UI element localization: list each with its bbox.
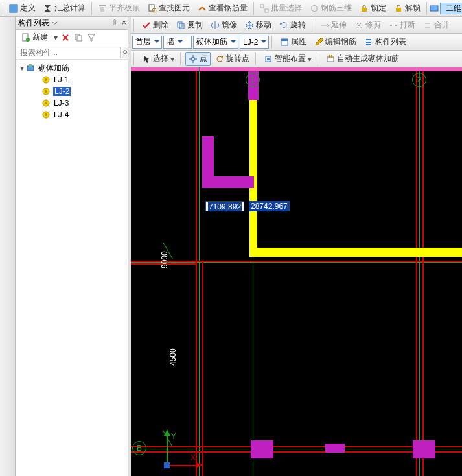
- svg-rect-16: [29, 64, 32, 67]
- rot-point-button[interactable]: 旋转点: [212, 52, 253, 66]
- svg-rect-6: [265, 9, 268, 12]
- magenta-column: [325, 444, 345, 453]
- view-rebar-button[interactable]: 查看钢筋量: [194, 1, 251, 16]
- rot-point-label: 旋转点: [226, 53, 249, 64]
- rotate-button[interactable]: 旋转: [276, 18, 309, 32]
- magenta-column: [202, 176, 254, 188]
- point-mode-label: 点: [200, 53, 207, 64]
- tree-child-row[interactable]: LJ-1: [16, 74, 128, 86]
- coord-b-value: 28742.967: [251, 202, 288, 211]
- mirror-icon: [211, 21, 220, 30]
- axis-y-arrow-icon: [164, 429, 170, 436]
- rebar-view-icon: [198, 4, 207, 13]
- cube-icon: [310, 4, 319, 13]
- edit-rebar-button[interactable]: 编辑钢筋: [311, 35, 360, 49]
- copy-button[interactable]: 复制: [173, 18, 206, 32]
- move-button[interactable]: 移动: [242, 18, 275, 32]
- yellow-beam-horizontal: [249, 248, 462, 257]
- view-2d-tab[interactable]: 二维: [440, 3, 462, 14]
- coord-readout-a[interactable]: 7109.892: [205, 201, 244, 211]
- type-combo[interactable]: 砌体加筋: [193, 36, 238, 49]
- filter-small-icon[interactable]: [86, 32, 97, 43]
- toolbar-top: 定义 汇总计算 平齐板顶 查找图元 查看钢筋量 批量选择 钢筋三维 锁定 解锁 …: [0, 0, 462, 17]
- tree-root-row[interactable]: ▾ 砌体加筋: [16, 62, 128, 74]
- define-button[interactable]: 定义: [6, 1, 39, 16]
- tree-leaf-icon: [41, 87, 51, 96]
- component-list-panel: 构件列表 ⇧ × 新建 ▾ ▾: [16, 17, 128, 476]
- props-button[interactable]: 属性: [277, 35, 310, 49]
- component-tree: ▾ 砌体加筋 LJ-1LJ-2LJ-3LJ-4: [16, 60, 128, 476]
- svg-rect-15: [27, 66, 34, 71]
- trim-label: 修剪: [365, 19, 381, 30]
- magenta-column: [251, 440, 273, 458]
- tree-child-label: LJ-2: [53, 87, 71, 96]
- trim-button[interactable]: 修剪: [351, 18, 384, 32]
- sigma-icon: [43, 4, 52, 13]
- axis-y-text: Y: [171, 432, 176, 441]
- panel-title-chevron-icon[interactable]: [52, 19, 58, 28]
- find-element-button[interactable]: 查找图元: [144, 1, 193, 16]
- align-top-button[interactable]: 平齐板顶: [95, 1, 143, 16]
- dimension-9000-label: 9000: [160, 251, 169, 268]
- point-mode-button[interactable]: 点: [185, 52, 211, 66]
- extend-button[interactable]: 延伸: [317, 18, 350, 32]
- grid-line-vertical: [199, 67, 200, 476]
- tree-child-row[interactable]: LJ-4: [16, 109, 128, 121]
- red-line: [202, 262, 203, 476]
- svg-rect-1: [99, 5, 106, 6]
- move-icon: [245, 21, 254, 30]
- panel-close-icon[interactable]: ×: [122, 18, 126, 27]
- new-doc-icon: [21, 33, 30, 42]
- lock-button[interactable]: 锁定: [356, 1, 389, 16]
- svg-rect-7: [362, 8, 367, 12]
- select-mode-button[interactable]: 选择 ▾: [139, 52, 178, 66]
- member-combo[interactable]: LJ-2: [240, 36, 269, 49]
- svg-rect-0: [10, 5, 17, 12]
- svg-point-32: [267, 58, 270, 60]
- unlock-button[interactable]: 解锁: [391, 1, 424, 16]
- red-line: [416, 71, 417, 476]
- summarize-button[interactable]: 汇总计算: [40, 1, 89, 16]
- smart-place-button[interactable]: 智能布置 ▾: [260, 52, 315, 66]
- red-delete-icon[interactable]: [60, 32, 71, 43]
- rot-point-icon: [215, 54, 224, 64]
- batch-select-button[interactable]: 批量选择: [257, 1, 305, 16]
- mirror-button[interactable]: 镜像: [207, 18, 240, 32]
- panel-pin-icon[interactable]: ⇧: [111, 18, 118, 27]
- tree-child-row[interactable]: LJ-2: [16, 86, 128, 97]
- copy-label: 复制: [187, 19, 203, 30]
- copy-small-icon[interactable]: [73, 32, 84, 43]
- category-value: 墙: [167, 36, 174, 47]
- mode-toolbar: 选择 ▾ 点 旋转点 智能布置 ▾ 自动生成砌体加筋: [131, 51, 462, 67]
- floor-combo[interactable]: 首层: [132, 36, 162, 49]
- toolbar-separator: [255, 53, 258, 65]
- svg-point-20: [45, 90, 47, 93]
- new-chevron-down-icon[interactable]: ▾: [54, 33, 58, 42]
- canvas-top-band: [131, 67, 462, 71]
- tree-leaf-icon: [41, 99, 51, 108]
- grid-line-horizontal: [131, 262, 462, 263]
- smart-dd-icon: ▾: [308, 54, 312, 64]
- delete-button[interactable]: 删除: [139, 18, 172, 32]
- auto-gen-button[interactable]: 自动生成砌体加筋: [323, 52, 402, 66]
- break-button[interactable]: 打断: [386, 18, 419, 32]
- chevron-down-icon: [154, 38, 160, 47]
- drawing-canvas[interactable]: 1 2 B 9000 4500 7109.892 28742.967 X Y: [131, 67, 462, 476]
- define-label: 定义: [20, 3, 36, 14]
- panel-titlebar: 构件列表 ⇧ ×: [16, 17, 128, 30]
- trim-icon: [354, 21, 364, 30]
- align-top-icon: [98, 4, 107, 13]
- tree-leaf-icon: [41, 75, 51, 84]
- member-list-button[interactable]: 构件列表: [361, 35, 410, 49]
- search-input[interactable]: [17, 47, 121, 58]
- new-component-button[interactable]: 新建: [18, 30, 51, 45]
- rotate-icon: [279, 21, 288, 30]
- component-search: [16, 45, 128, 60]
- panel-actions: 新建 ▾: [16, 30, 128, 45]
- tree-child-row[interactable]: LJ-3: [16, 97, 128, 109]
- category-combo[interactable]: 墙: [163, 36, 192, 49]
- merge-button[interactable]: 合并: [420, 18, 453, 32]
- edit-rebar-label: 编辑钢筋: [325, 36, 356, 47]
- rebar-3d-button[interactable]: 钢筋三维: [306, 1, 355, 16]
- tree-collapse-icon[interactable]: ▾: [18, 64, 26, 73]
